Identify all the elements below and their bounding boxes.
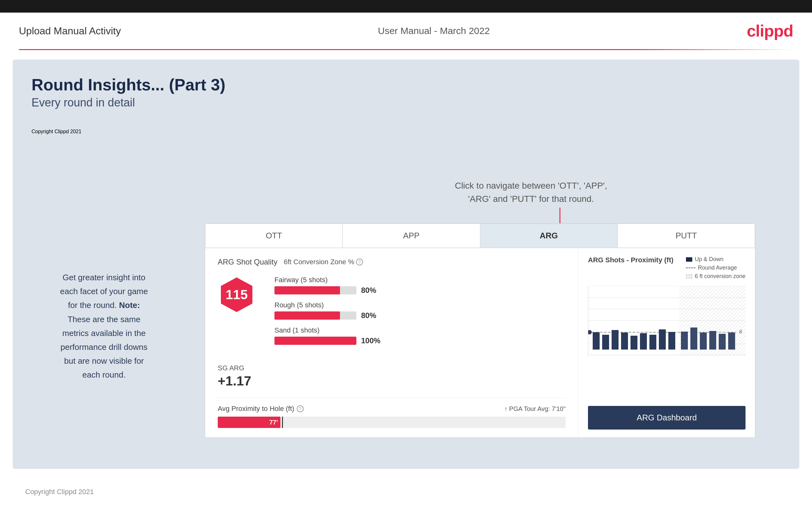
sg-value: +1.17	[218, 374, 566, 389]
sq-pct-sand: 100%	[361, 336, 380, 345]
legend-item-conversion: 6 ft conversion zone	[686, 273, 746, 280]
tab-ott[interactable]: OTT	[205, 224, 343, 248]
svg-rect-21	[612, 330, 618, 349]
hex-badge: 115	[218, 276, 256, 314]
top-bar	[0, 0, 812, 13]
sq-row-sand: Sand (1 shots) 100%	[274, 326, 566, 345]
dashboard-card: OTT APP ARG PUTT ARG Shot Quality 6ft Co…	[205, 223, 755, 438]
legend-item-updown: Up & Down	[686, 256, 746, 263]
hex-and-bars: 115 Fairway (5 shots)	[218, 276, 566, 351]
sq-bar-container-fairway: 80%	[274, 286, 566, 295]
svg-rect-23	[630, 336, 638, 349]
proximity-cursor	[282, 416, 283, 428]
svg-rect-27	[668, 332, 675, 349]
svg-rect-34	[719, 334, 726, 349]
sq-bar-track-rough	[274, 312, 356, 320]
chart-header: ARG Shots - Proximity (ft) Up & Down Rou…	[588, 256, 746, 280]
proximity-title: Avg Proximity to Hole (ft) ?	[218, 405, 304, 413]
insight-note-text: These are the same metrics available in …	[60, 315, 147, 380]
chart-container: 30 25 20 15 10 5 0 8	[588, 286, 746, 401]
tab-app[interactable]: APP	[343, 224, 480, 248]
insight-text: Get greater insight into each facet of y…	[57, 271, 151, 382]
legend-item-roundavg: Round Average	[686, 265, 746, 271]
sq-row-rough: Rough (5 shots) 80%	[274, 301, 566, 320]
legend-label-roundavg: Round Average	[698, 265, 737, 271]
document-title: User Manual - March 2022	[378, 25, 490, 36]
hexagon: 115	[218, 276, 256, 314]
sq-bar-fill-rough	[274, 312, 340, 320]
clippd-logo: clippd	[747, 21, 793, 40]
shot-quality-bars: Fairway (5 shots) 80% Rough (5 shots)	[274, 276, 566, 351]
proximity-header: Avg Proximity to Hole (ft) ? ↑ PGA Tour …	[218, 405, 566, 413]
svg-rect-25	[649, 335, 656, 349]
legend-label-conversion: 6 ft conversion zone	[695, 273, 746, 280]
main-content: Round Insights... (Part 3) Every round i…	[13, 59, 799, 469]
sq-label-rough: Rough (5 shots)	[274, 301, 566, 309]
header-divider	[19, 49, 793, 50]
sq-bar-track-sand	[274, 337, 356, 345]
upload-manual-label: Upload Manual Activity	[19, 25, 121, 37]
sg-section: SG ARG +1.17	[218, 361, 566, 389]
svg-rect-20	[602, 335, 609, 349]
annotation-text: Click to navigate between 'OTT', 'APP','…	[455, 181, 607, 204]
insight-note-label: Note:	[119, 300, 140, 310]
section-subtitle: Every round in detail	[32, 96, 780, 109]
legend-box-updown	[686, 257, 692, 262]
legend-dashed-roundavg	[686, 267, 696, 268]
sq-label-sand: Sand (1 shots)	[274, 326, 566, 334]
svg-rect-33	[709, 331, 716, 349]
legend-hatched-conversion	[686, 274, 692, 279]
svg-rect-19	[593, 332, 600, 349]
chart-title: ARG Shots - Proximity (ft)	[588, 256, 673, 264]
svg-rect-32	[700, 333, 707, 349]
shot-quality-title: ARG Shot Quality	[218, 258, 277, 267]
hex-number: 115	[225, 287, 248, 302]
proximity-pga: ↑ PGA Tour Avg: 7'10"	[504, 405, 566, 412]
left-panel: ARG Shot Quality 6ft Conversion Zone % ?	[205, 248, 578, 437]
svg-rect-22	[621, 333, 628, 349]
legend-label-updown: Up & Down	[695, 256, 723, 263]
sq-pct-fairway: 80%	[361, 286, 376, 295]
sq-row-fairway: Fairway (5 shots) 80%	[274, 276, 566, 295]
sq-bar-fill-sand	[274, 337, 356, 345]
header: Upload Manual Activity User Manual - Mar…	[0, 13, 812, 49]
sq-bar-fill-fairway	[274, 286, 340, 294]
content-wrapper: Round Insights... (Part 3) Every round i…	[32, 75, 780, 109]
footer-copyright: Copyright Clippd 2021	[25, 488, 94, 496]
proximity-bar-text: 77'	[269, 419, 278, 426]
section-title: Round Insights... (Part 3)	[32, 75, 780, 94]
sq-bar-track-fairway	[274, 286, 356, 294]
copyright: Copyright Clippd 2021	[32, 129, 81, 134]
navigate-annotation: Click to navigate between 'OTT', 'APP','…	[455, 179, 607, 206]
help-icon[interactable]: ?	[356, 259, 363, 266]
tab-arg[interactable]: ARG	[480, 224, 618, 248]
sq-bar-container-sand: 100%	[274, 336, 566, 345]
svg-point-16	[588, 330, 592, 334]
sq-pct-rough: 80%	[361, 311, 376, 320]
chart-legend: Up & Down Round Average 6 ft conversion …	[686, 256, 746, 280]
card-body: ARG Shot Quality 6ft Conversion Zone % ?	[205, 248, 755, 437]
arg-dashboard-button[interactable]: ARG Dashboard	[588, 406, 746, 430]
proximity-help-icon[interactable]: ?	[297, 405, 304, 412]
sq-bar-container-rough: 80%	[274, 311, 566, 320]
sg-label: SG ARG	[218, 364, 566, 372]
svg-rect-31	[691, 328, 697, 349]
copyright-text: Copyright Clippd 2021	[32, 129, 81, 134]
conversion-zone-title: 6ft Conversion Zone % ?	[284, 258, 363, 266]
panel-header: ARG Shot Quality 6ft Conversion Zone % ?	[218, 258, 566, 267]
tab-putt[interactable]: PUTT	[618, 224, 755, 248]
footer: Copyright Clippd 2021	[0, 478, 812, 505]
proximity-section: Avg Proximity to Hole (ft) ? ↑ PGA Tour …	[218, 398, 566, 428]
right-panel: ARG Shots - Proximity (ft) Up & Down Rou…	[578, 248, 755, 437]
sq-label-fairway: Fairway (5 shots)	[274, 276, 566, 284]
svg-rect-35	[728, 333, 735, 349]
svg-rect-26	[659, 329, 666, 349]
tabs-row: OTT APP ARG PUTT	[205, 224, 755, 248]
svg-rect-24	[640, 333, 647, 349]
proximity-bar-track: 77'	[218, 416, 566, 428]
svg-rect-30	[681, 332, 688, 349]
bar-chart: 30 25 20 15 10 5 0 8	[588, 286, 746, 355]
proximity-bar-fill: 77'	[218, 416, 281, 428]
